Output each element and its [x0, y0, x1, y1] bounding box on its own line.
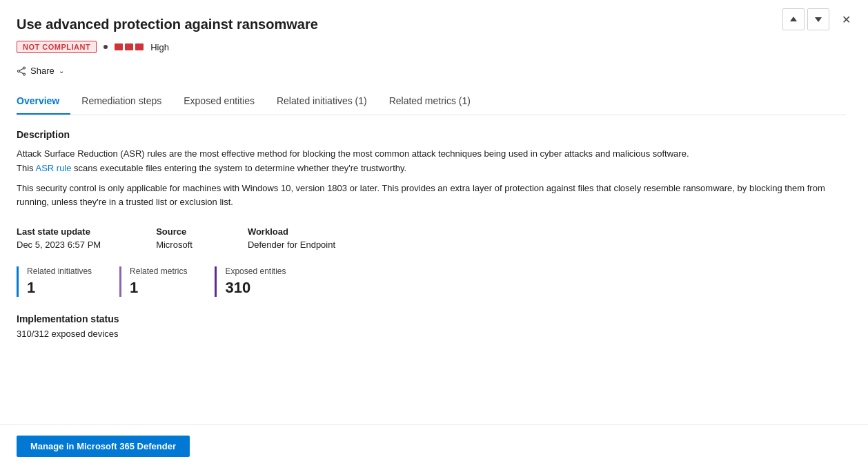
compliance-badge: NOT COMPLIANT	[17, 41, 97, 53]
severity-bar-3	[135, 43, 144, 50]
exposed-label: Exposed entities	[225, 266, 286, 276]
stat-metrics: Related metrics 1	[119, 266, 187, 297]
meta-workload: Workload Defender for Endpoint	[248, 226, 335, 250]
svg-line-3	[19, 68, 23, 70]
description-paragraph-2: This security control is only applicable…	[17, 182, 846, 211]
page-title: Use advanced protection against ransomwa…	[17, 17, 846, 32]
tab-metrics[interactable]: Related metrics (1)	[378, 90, 482, 115]
badges-row: NOT COMPLIANT High	[17, 41, 846, 53]
top-nav-controls: ✕	[782, 8, 857, 30]
severity-dot	[103, 45, 108, 49]
source-value: Microsoft	[156, 240, 193, 250]
implementation-section: Implementation status 310/312 exposed de…	[17, 313, 846, 339]
asr-rule-link[interactable]: ASR rule	[35, 163, 71, 173]
share-button[interactable]: Share ⌄	[17, 63, 70, 79]
workload-label: Workload	[248, 226, 335, 237]
nav-up-button[interactable]	[782, 8, 805, 30]
bottom-bar: Manage in Microsoft 365 Defender	[0, 424, 868, 468]
meta-source: Source Microsoft	[156, 226, 193, 250]
implementation-title: Implementation status	[17, 313, 846, 324]
metrics-label: Related metrics	[130, 266, 187, 276]
stat-initiatives: Related initiatives 1	[17, 266, 92, 297]
share-chevron-icon: ⌄	[59, 67, 64, 75]
svg-point-1	[23, 73, 26, 75]
share-label: Share	[30, 66, 55, 76]
close-button[interactable]: ✕	[835, 8, 857, 30]
share-icon	[17, 66, 26, 76]
severity-label: High	[150, 42, 169, 52]
last-state-value: Dec 5, 2023 6:57 PM	[17, 240, 101, 250]
nav-down-button[interactable]	[807, 8, 829, 30]
metrics-value: 1	[130, 279, 187, 297]
exposed-value: 310	[225, 279, 286, 297]
svg-point-2	[18, 70, 20, 72]
description-title: Description	[17, 129, 846, 140]
share-row: Share ⌄	[17, 63, 846, 79]
workload-value: Defender for Endpoint	[248, 240, 335, 250]
description-section: Description Attack Surface Reduction (AS…	[17, 129, 846, 210]
svg-line-4	[19, 71, 23, 73]
svg-point-0	[23, 67, 26, 69]
meta-grid: Last state update Dec 5, 2023 6:57 PM So…	[17, 226, 846, 250]
manage-button[interactable]: Manage in Microsoft 365 Defender	[17, 436, 190, 457]
tab-remediation[interactable]: Remediation steps	[70, 90, 172, 115]
stats-row: Related initiatives 1 Related metrics 1 …	[17, 266, 846, 297]
severity-bar-1	[115, 43, 123, 50]
severity-bar-2	[125, 43, 133, 50]
tab-overview[interactable]: Overview	[17, 90, 70, 115]
stat-exposed: Exposed entities 310	[215, 266, 286, 297]
last-state-label: Last state update	[17, 226, 101, 237]
implementation-value: 310/312 exposed devices	[17, 329, 846, 339]
source-label: Source	[156, 226, 193, 237]
initiatives-label: Related initiatives	[27, 266, 92, 276]
tab-initiatives[interactable]: Related initiatives (1)	[266, 90, 378, 115]
tab-exposed[interactable]: Exposed entities	[172, 90, 266, 115]
close-icon: ✕	[842, 13, 851, 26]
tabs-row: Overview Remediation steps Exposed entit…	[17, 90, 846, 115]
initiatives-value: 1	[27, 279, 92, 297]
severity-bars	[115, 43, 144, 50]
meta-last-state: Last state update Dec 5, 2023 6:57 PM	[17, 226, 101, 250]
main-panel: Use advanced protection against ransomwa…	[0, 0, 868, 369]
description-paragraph-1: Attack Surface Reduction (ASR) rules are…	[17, 147, 846, 176]
